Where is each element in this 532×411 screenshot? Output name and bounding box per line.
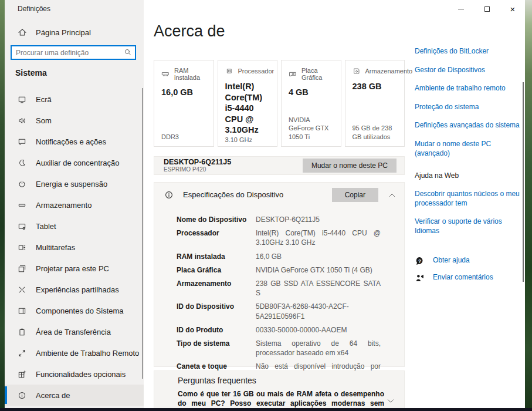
window-controls: × <box>452 2 521 15</box>
faq-panel: Perguntas frequentes Como é que ter 16 G… <box>154 370 405 408</box>
chevron-up-icon[interactable] <box>388 191 396 198</box>
chevron-down-icon[interactable] <box>387 397 395 405</box>
link-system-protection[interactable]: Proteção do sistema <box>415 103 525 112</box>
sidebar-item-label: Ambiente de Trabalho Remoto <box>36 349 139 358</box>
get-help-link[interactable]: Obter ajuda <box>433 256 470 265</box>
sidebar-item-componentes[interactable]: Componentes do Sistema <box>5 300 144 321</box>
sidebar-item-auxiliar-concentracao[interactable]: Auxiliar de concentração <box>5 152 144 173</box>
get-help-row: ? Obter ajuda <box>415 256 525 266</box>
card-label: Armazenamento <box>365 68 413 75</box>
link-language-support-help[interactable]: Verificar o suporte de vários Idiomas <box>415 217 525 235</box>
desktop-background-left <box>0 0 5 411</box>
feedback-link[interactable]: Enviar comentários <box>433 273 493 282</box>
sidebar-item-acerca-de[interactable]: Acerca de <box>5 385 144 406</box>
spec-label: Placa Gráfica <box>177 265 256 275</box>
sidebar-item-label: Som <box>36 116 52 125</box>
card-storage: Armazenamento 238 GB 95 GB de 238 GB uti… <box>345 60 405 147</box>
sidebar: Definições Página Principal Sistema Ecrã… <box>5 0 144 408</box>
spec-label: Nome do Dispositivo <box>177 215 256 224</box>
link-advanced-settings[interactable]: Definições avançadas do sistema <box>415 121 525 130</box>
app-title: Definições <box>18 5 50 13</box>
remote-desktop-icon <box>18 349 26 358</box>
spec-label: RAM instalada <box>177 252 256 261</box>
cpu-icon <box>225 67 233 75</box>
link-device-manager[interactable]: Gestor de Dispositivos <box>415 66 525 75</box>
card-value: 16,0 GB <box>161 87 208 98</box>
link-bitlocker[interactable]: Definições do BitLocker <box>415 47 525 56</box>
gpu-icon <box>289 70 297 78</box>
display-icon <box>18 95 26 104</box>
spec-value: DESKTOP-6Q211J5 <box>256 215 381 224</box>
related-settings: Definições do BitLocker Gestor de Dispos… <box>415 47 525 290</box>
home-icon <box>18 28 27 37</box>
optional-features-icon <box>18 370 26 379</box>
sidebar-item-energia[interactable]: Energia e suspensão <box>5 173 144 194</box>
project-icon <box>18 264 26 273</box>
content-column: RAM instalada 16,0 GB DDR3 Processador I… <box>154 60 405 147</box>
link-remote-desktop[interactable]: Ambiente de trabalho remoto <box>415 84 525 93</box>
hardware-cards: RAM instalada 16,0 GB DDR3 Processador I… <box>154 60 405 147</box>
components-icon <box>18 306 26 315</box>
close-button[interactable]: × <box>504 2 521 15</box>
card-processor: Processador Intel(R) Core(TM) i5-4440 CP… <box>218 60 278 147</box>
main-scrollbar[interactable] <box>523 82 524 282</box>
disk-icon <box>353 67 361 75</box>
sidebar-item-funcionalidades[interactable]: Funcionalidades opcionais <box>5 363 144 385</box>
card-label: Processador <box>238 68 275 75</box>
sidebar-item-notificacoes[interactable]: Notificações e ações <box>5 131 144 152</box>
specs-table: Nome do DispositivoDESKTOP-6Q211J5 Proce… <box>154 207 404 381</box>
info-icon <box>18 391 26 400</box>
spec-label: Tipo de sistema <box>177 339 256 358</box>
spec-label: Processador <box>177 228 256 247</box>
shared-icon <box>18 285 26 294</box>
moon-icon <box>18 159 26 167</box>
sidebar-item-armazenamento[interactable]: Armazenamento <box>5 194 144 215</box>
sidebar-item-trabalho-remoto[interactable]: Ambiente de Trabalho Remoto <box>5 342 144 363</box>
sidebar-item-ecra[interactable]: Ecrã <box>5 89 144 110</box>
spec-label: ID do Produto <box>177 325 256 335</box>
device-specs-panel: Especificações do Dispositivo Copiar Nom… <box>154 182 405 367</box>
info-icon <box>164 190 174 200</box>
sidebar-item-projetar[interactable]: Projetar para este PC <box>5 258 144 279</box>
card-label: Placa Gráfica <box>301 67 335 81</box>
tablet-icon <box>18 222 26 231</box>
card-footer: 3.10 GHz <box>225 136 272 144</box>
main-content: × Acerca de RAM instalada 16,0 GB DDR3 P… <box>144 0 525 408</box>
maximize-button[interactable] <box>478 2 496 15</box>
specs-header[interactable]: Especificações do Dispositivo Copiar <box>154 183 404 207</box>
sidebar-item-multitarefas[interactable]: Multitarefas <box>5 237 144 258</box>
spec-value: 238 GB SSD ATA ESSENCORE SATA S <box>256 279 381 298</box>
card-value: 4 GB <box>289 87 335 98</box>
minimize-button[interactable] <box>452 2 470 15</box>
web-help-header: Ajuda na Web <box>415 171 525 180</box>
spec-value: Sistema operativo de 64 bits, processado… <box>256 339 381 358</box>
speaker-icon <box>18 116 26 125</box>
power-icon <box>18 180 26 188</box>
card-value: Intel(R) Core(TM) i5-4440 CPU @ 3.10GHz <box>225 81 272 136</box>
storage-icon <box>18 201 26 210</box>
sidebar-item-tablet[interactable]: Tablet <box>5 215 144 237</box>
sidebar-item-som[interactable]: Som <box>5 110 144 131</box>
spec-row: Placa GráficaNVIDIA GeForce GTX 1050 Ti … <box>177 265 381 275</box>
sidebar-item-label: Acerca de <box>36 391 70 400</box>
sidebar-scrollbar[interactable] <box>142 88 143 379</box>
faq-question[interactable]: Como é que ter 16 GB ou mais de RAM afet… <box>178 390 384 408</box>
sidebar-item-area-transferencia[interactable]: Área de Transferência <box>5 321 144 342</box>
specs-title: Especificações do Dispositivo <box>183 190 283 199</box>
maximize-icon <box>484 6 490 12</box>
sidebar-item-experiencias[interactable]: Experiências partilhadas <box>5 279 144 300</box>
device-names: DESKTOP-6Q211J5 ESPRIMO P420 <box>164 158 231 173</box>
sidebar-item-home[interactable]: Página Principal <box>18 28 91 37</box>
sidebar-item-label: Experiências partilhadas <box>36 285 119 294</box>
get-help-icon: ? <box>415 256 425 266</box>
faq-title: Perguntas frequentes <box>178 376 396 385</box>
spec-value: NVIDIA GeForce GTX 1050 Ti (4 GB) <box>256 265 381 275</box>
spec-row: Tipo de sistemaSistema operativo de 64 b… <box>177 339 381 358</box>
link-rename-advanced[interactable]: Mudar o nome deste PC (avançado) <box>415 140 525 158</box>
rename-pc-button[interactable]: Mudar o nome deste PC <box>303 159 397 173</box>
copy-button[interactable]: Copiar <box>332 188 378 202</box>
home-label: Página Principal <box>36 28 91 37</box>
search-input[interactable] <box>11 45 136 60</box>
link-cpu-cores-help[interactable]: Descobrir quantos núcleos o meu processa… <box>415 190 525 208</box>
card-graphics: Placa Gráfica 4 GB NVIDIA GeForce GTX 10… <box>281 60 341 147</box>
